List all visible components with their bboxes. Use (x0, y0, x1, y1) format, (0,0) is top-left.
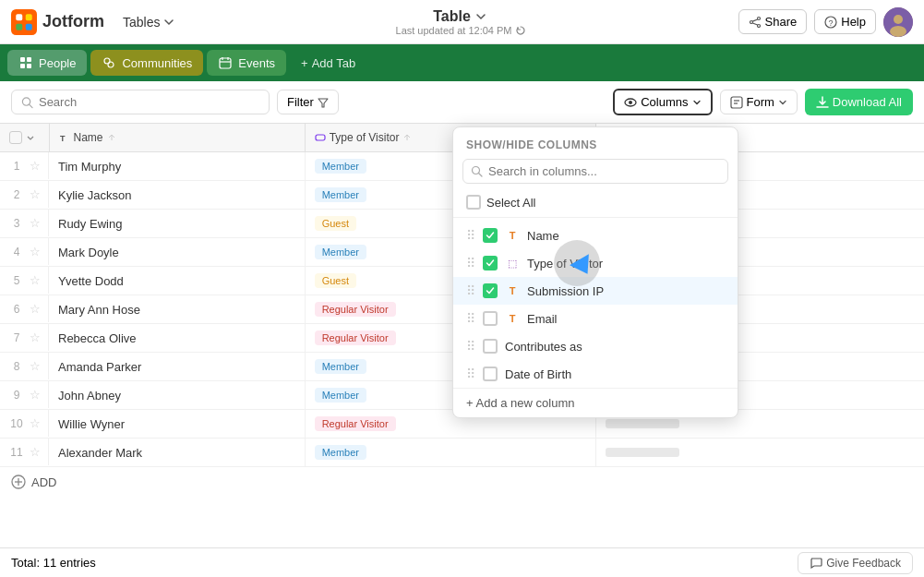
cell-name: Amanda Parker (49, 353, 305, 381)
row-controls: 4 ☆ (0, 238, 49, 265)
logo-text: Jotform (42, 12, 104, 31)
svg-line-41 (479, 174, 483, 177)
table-dropdown-icon[interactable] (474, 10, 487, 23)
panel-column-item-submission_ip[interactable]: ⠿ T Submission IP (453, 277, 738, 305)
add-new-column-button[interactable]: + Add a new column (453, 388, 738, 417)
panel-columns-list: ⠿ T Name ⠿ ⬚ Type of Visitor ⠿ T Submiss… (453, 222, 738, 388)
panel-column-item-email[interactable]: ⠿ T Email (453, 305, 738, 332)
star-icon[interactable]: ☆ (30, 416, 41, 430)
help-button[interactable]: ? Help (814, 9, 876, 34)
filter-button[interactable]: Filter (277, 90, 339, 114)
grid-icon (18, 55, 33, 70)
svg-rect-2 (26, 14, 32, 20)
visitor-type-badge: Member (315, 388, 366, 403)
column-checkbox-unchecked[interactable] (483, 311, 498, 326)
star-icon[interactable]: ☆ (30, 359, 41, 373)
svg-rect-35 (316, 135, 325, 140)
star-icon[interactable]: ☆ (30, 388, 41, 402)
column-checkbox-checked[interactable] (483, 228, 498, 243)
svg-point-5 (757, 17, 760, 19)
star-icon[interactable]: ☆ (30, 216, 41, 230)
give-feedback-button[interactable]: Give Feedback (798, 552, 913, 574)
visitor-type-badge: Member (315, 187, 366, 202)
search-icon (21, 96, 33, 109)
panel-column-item-date_of_birth[interactable]: ⠿ Date of Birth (453, 360, 738, 388)
tab-people[interactable]: People (7, 50, 87, 76)
col-header-name[interactable]: T Name (49, 124, 305, 152)
search-input[interactable] (39, 95, 259, 109)
download-all-button[interactable]: Download All (805, 89, 913, 115)
download-icon (816, 96, 829, 109)
add-tab-label: Add Tab (312, 56, 355, 70)
tables-button[interactable]: Tables (115, 11, 182, 33)
avatar[interactable] (883, 7, 913, 37)
columns-button[interactable]: Columns (613, 89, 712, 115)
panel-column-item-type_of_visitor[interactable]: ⠿ ⬚ Type of Visitor (453, 249, 738, 277)
row-controls: 3 ☆ (0, 210, 49, 236)
star-icon[interactable]: ☆ (30, 445, 41, 459)
row-number: 3 (7, 217, 26, 230)
tab-communities[interactable]: Communities (90, 50, 203, 76)
column-checkbox-checked[interactable] (483, 283, 498, 298)
column-label: Type of Visitor (527, 257, 603, 270)
show-hide-panel: SHOW/HIDE COLUMNS Select All ⠿ T Name ⠿ … (452, 126, 738, 418)
drag-handle[interactable]: ⠿ (466, 311, 475, 326)
panel-search-box[interactable] (462, 159, 728, 184)
cell-name: Rebecca Olive (49, 324, 305, 353)
star-icon[interactable]: ☆ (30, 159, 41, 173)
select-all-header[interactable] (0, 124, 49, 152)
drag-handle[interactable]: ⠿ (466, 256, 475, 270)
row-controls: 9 ☆ (0, 381, 49, 408)
svg-point-13 (894, 15, 903, 24)
text-type-icon: T (59, 132, 70, 143)
search-box[interactable] (11, 90, 270, 114)
header-expand-icon[interactable] (26, 133, 35, 142)
form-button[interactable]: Form (720, 90, 798, 114)
ip-value (606, 448, 679, 457)
row-number: 5 (7, 274, 26, 287)
share-button[interactable]: Share (738, 9, 808, 34)
table-title: Table (433, 8, 487, 25)
star-icon[interactable]: ☆ (30, 245, 41, 258)
add-tab-button[interactable]: + Add Tab (290, 51, 366, 76)
calendar-icon (218, 55, 233, 70)
select-all-checkbox[interactable] (466, 195, 481, 210)
visitor-type-badge: Regular Visitor (315, 331, 396, 345)
logo[interactable]: Jotform (11, 9, 104, 35)
star-icon[interactable]: ☆ (30, 302, 41, 316)
star-icon[interactable]: ☆ (30, 331, 41, 344)
cell-submission-ip (595, 439, 924, 467)
add-row-button[interactable]: ADD (0, 467, 924, 497)
panel-search-input[interactable] (488, 164, 720, 178)
svg-point-29 (629, 101, 632, 104)
drag-handle[interactable]: ⠿ (466, 283, 475, 298)
svg-point-7 (757, 24, 760, 27)
row-number: 4 (7, 246, 26, 258)
star-icon[interactable]: ☆ (30, 273, 41, 287)
svg-rect-18 (27, 64, 31, 68)
select-all-label: Select All (486, 196, 535, 210)
sort-icon[interactable] (107, 133, 116, 142)
badge-type-icon (315, 132, 326, 143)
column-checkbox-unchecked[interactable] (483, 339, 498, 354)
header-checkbox[interactable] (9, 131, 22, 144)
svg-line-9 (752, 23, 757, 25)
panel-column-item-name[interactable]: ⠿ T Name (453, 222, 738, 249)
column-checkbox-checked[interactable] (483, 256, 498, 270)
tab-events[interactable]: Events (207, 50, 286, 76)
select-all-row[interactable]: Select All (453, 191, 738, 217)
col-type-text-icon: T (505, 311, 520, 326)
avatar-image (883, 7, 913, 37)
panel-title: SHOW/HIDE COLUMNS (453, 127, 738, 159)
svg-rect-30 (731, 97, 742, 108)
cell-name: Rudy Ewing (49, 210, 305, 238)
drag-handle[interactable]: ⠿ (466, 367, 475, 381)
panel-column-item-contributes_as[interactable]: ⠿ Contributes as (453, 332, 738, 360)
column-checkbox-unchecked[interactable] (483, 367, 498, 381)
col-type-badge-icon: ⬚ (505, 256, 520, 270)
sort-icon-2[interactable] (402, 133, 412, 142)
drag-handle[interactable]: ⠿ (466, 228, 475, 243)
star-icon[interactable]: ☆ (30, 187, 41, 201)
table-row: 11 ☆ Alexander Mark Member (0, 439, 924, 467)
drag-handle[interactable]: ⠿ (466, 339, 475, 354)
